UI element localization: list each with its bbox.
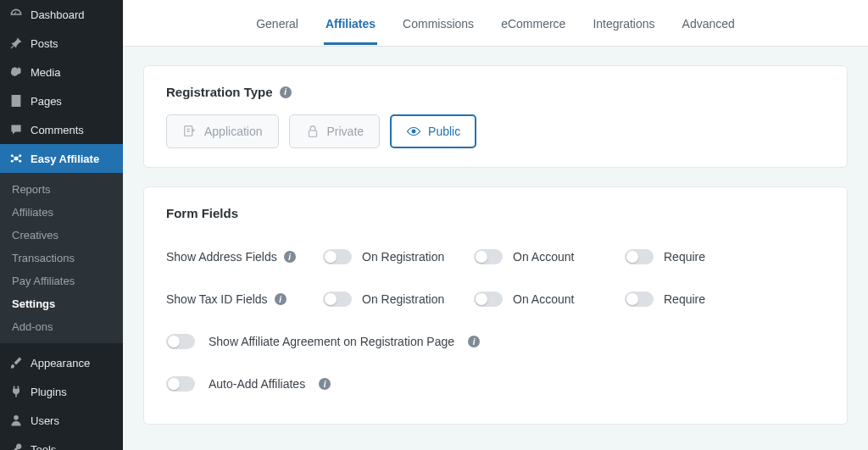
field-label: Auto-Add Affiliates bbox=[209, 377, 305, 391]
tab-commissions[interactable]: Commissions bbox=[401, 2, 476, 45]
panel-title: Registration Type bbox=[166, 85, 273, 99]
sidebar-subitem-pay-affiliates[interactable]: Pay Affiliates bbox=[0, 269, 123, 292]
field-row: Show Address FieldsiOn RegistrationOn Ac… bbox=[166, 236, 825, 278]
sidebar-item-pages[interactable]: Pages bbox=[0, 86, 123, 115]
sidebar-submenu: ReportsAffiliatesCreativesTransactionsPa… bbox=[0, 173, 123, 343]
toggle-group: Require bbox=[625, 249, 752, 264]
field-label: Show Affiliate Agreement on Registration… bbox=[209, 335, 454, 348]
toggle-switch[interactable] bbox=[323, 249, 352, 264]
pin-icon bbox=[8, 36, 24, 51]
sidebar-item-tools[interactable]: Tools bbox=[0, 435, 123, 450]
sidebar-item-easy-affiliate[interactable]: Easy Affiliate bbox=[0, 144, 123, 173]
sidebar-subitem-add-ons[interactable]: Add-ons bbox=[0, 315, 123, 338]
sidebar-subitem-reports[interactable]: Reports bbox=[0, 178, 123, 201]
reg-option-private[interactable]: Private bbox=[289, 114, 381, 148]
user-icon bbox=[8, 413, 24, 428]
media-icon bbox=[8, 64, 24, 80]
admin-sidebar: DashboardPostsMediaPagesComments Easy Af… bbox=[0, 0, 123, 450]
toggle-group: On Account bbox=[474, 249, 601, 264]
tab-integrations[interactable]: Integrations bbox=[591, 2, 656, 45]
reg-option-label: Private bbox=[327, 125, 364, 138]
sidebar-subitem-settings[interactable]: Settings bbox=[0, 292, 123, 315]
form-fields-panel: Form Fields Show Address FieldsiOn Regis… bbox=[143, 186, 848, 425]
toggle-label: On Account bbox=[513, 292, 574, 306]
toggle-label: Require bbox=[664, 250, 705, 264]
sidebar-label: Tools bbox=[31, 443, 56, 451]
sidebar-label: Plugins bbox=[31, 386, 67, 398]
sidebar-item-dashboard[interactable]: Dashboard bbox=[0, 0, 123, 29]
sidebar-label: Appearance bbox=[31, 357, 90, 369]
tab-affiliates[interactable]: Affiliates bbox=[324, 2, 377, 45]
toggle-switch[interactable] bbox=[474, 292, 503, 307]
toggle-label: On Account bbox=[513, 250, 574, 264]
toggle-group: On Registration bbox=[323, 249, 450, 264]
sidebar-item-appearance[interactable]: Appearance bbox=[0, 348, 123, 377]
svg-point-10 bbox=[412, 130, 415, 133]
info-icon[interactable]: i bbox=[468, 336, 480, 347]
sidebar-label: Comments bbox=[31, 124, 84, 136]
sidebar-subitem-affiliates[interactable]: Affiliates bbox=[0, 201, 123, 224]
reg-option-label: Public bbox=[428, 125, 460, 138]
sidebar-item-comments[interactable]: Comments bbox=[0, 115, 123, 144]
page-icon bbox=[8, 93, 24, 108]
info-icon[interactable]: i bbox=[284, 251, 296, 263]
sidebar-label: Pages bbox=[31, 95, 62, 108]
reg-option-public[interactable]: Public bbox=[390, 114, 476, 148]
toggle-switch[interactable] bbox=[625, 292, 654, 307]
reg-option-label: Application bbox=[204, 125, 263, 138]
brush-icon bbox=[8, 355, 24, 370]
toggle-switch[interactable] bbox=[625, 249, 654, 264]
svg-rect-9 bbox=[309, 131, 316, 136]
field-row: Auto-Add Affiliatesi bbox=[166, 363, 825, 405]
sidebar-subitem-transactions[interactable]: Transactions bbox=[0, 247, 123, 269]
sidebar-label: Media bbox=[31, 66, 60, 79]
comment-icon bbox=[8, 122, 24, 137]
tab-general[interactable]: General bbox=[254, 2, 300, 45]
tab-ecommerce[interactable]: eCommerce bbox=[499, 2, 567, 45]
sidebar-subitem-creatives[interactable]: Creatives bbox=[0, 224, 123, 247]
toggle-label: On Registration bbox=[362, 250, 444, 264]
lock-icon bbox=[305, 124, 320, 139]
dashboard-icon bbox=[8, 7, 24, 22]
tab-advanced[interactable]: Advanced bbox=[681, 2, 737, 45]
toggle-group: Require bbox=[625, 292, 752, 307]
eye-icon bbox=[406, 124, 421, 139]
application-icon bbox=[182, 124, 198, 139]
sidebar-item-media[interactable]: Media bbox=[0, 58, 123, 86]
panel-title: Form Fields bbox=[166, 206, 238, 220]
registration-type-panel: Registration Type i ApplicationPrivatePu… bbox=[143, 65, 848, 168]
affiliate-icon bbox=[8, 151, 24, 166]
toggle-label: Require bbox=[664, 292, 705, 306]
wrench-icon bbox=[8, 442, 24, 450]
plug-icon bbox=[8, 384, 24, 399]
sidebar-label: Posts bbox=[31, 37, 58, 50]
toggle-group: On Registration bbox=[323, 292, 450, 307]
svg-rect-1 bbox=[12, 96, 20, 107]
field-label: Show Address Fields bbox=[166, 250, 277, 264]
toggle-switch[interactable] bbox=[166, 376, 195, 392]
sidebar-label: Easy Affiliate bbox=[31, 153, 99, 165]
sidebar-item-users[interactable]: Users bbox=[0, 406, 123, 435]
sidebar-label: Dashboard bbox=[31, 8, 85, 21]
sidebar-label: Users bbox=[31, 414, 59, 427]
toggle-switch[interactable] bbox=[166, 334, 195, 349]
toggle-switch[interactable] bbox=[323, 292, 352, 307]
field-row: Show Tax ID FieldsiOn RegistrationOn Acc… bbox=[166, 278, 825, 320]
toggle-group: On Account bbox=[474, 292, 601, 307]
field-row: Show Affiliate Agreement on Registration… bbox=[166, 320, 825, 363]
info-icon[interactable]: i bbox=[319, 378, 331, 390]
sidebar-item-posts[interactable]: Posts bbox=[0, 29, 123, 58]
reg-option-application[interactable]: Application bbox=[166, 114, 279, 148]
info-icon[interactable]: i bbox=[280, 86, 292, 98]
sidebar-item-plugins[interactable]: Plugins bbox=[0, 377, 123, 406]
svg-point-7 bbox=[14, 415, 19, 420]
info-icon[interactable]: i bbox=[275, 293, 287, 305]
toggle-switch[interactable] bbox=[474, 249, 503, 264]
toggle-label: On Registration bbox=[362, 292, 444, 306]
settings-tabs-bar: GeneralAffiliatesCommissionseCommerceInt… bbox=[123, 0, 868, 47]
field-label: Show Tax ID Fields bbox=[166, 292, 268, 306]
